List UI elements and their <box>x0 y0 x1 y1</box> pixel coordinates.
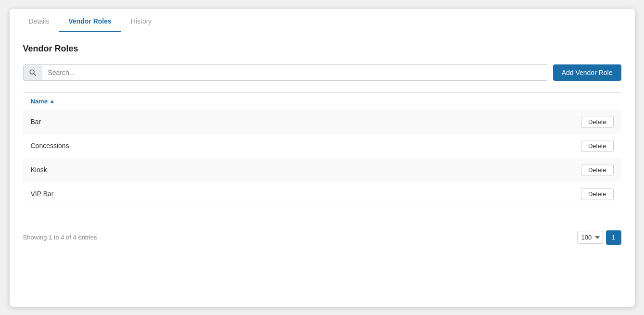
table-body: Bar Delete Concessions Delete Kiosk Dele… <box>23 110 621 206</box>
search-row: Add Vendor Role <box>23 64 621 81</box>
delete-button[interactable]: Delete <box>581 140 614 152</box>
table-footer: Showing 1 to 4 of 4 entries 102550100 1 <box>10 223 635 252</box>
vendor-roles-table: Name ▲ Bar Delete Concessions Delete Kio… <box>23 92 621 206</box>
page-1-button[interactable]: 1 <box>606 230 621 245</box>
svg-line-1 <box>34 74 36 76</box>
name-column-header[interactable]: Name ▲ <box>31 98 55 105</box>
section-title: Vendor Roles <box>23 44 621 54</box>
table-row: Concessions Delete <box>23 134 621 158</box>
table-row: VIP Bar Delete <box>23 182 621 206</box>
tab-details[interactable]: Details <box>19 9 59 32</box>
pagination-row: 102550100 1 <box>577 230 621 245</box>
table-row: Kiosk Delete <box>23 158 621 182</box>
search-button[interactable] <box>24 65 42 80</box>
search-icon <box>29 69 36 76</box>
table-row: Bar Delete <box>23 110 621 134</box>
row-name: Kiosk <box>31 166 47 174</box>
showing-text: Showing 1 to 4 of 4 entries <box>23 234 97 241</box>
tab-bar: Details Vendor Roles History <box>10 9 635 32</box>
sort-asc-icon: ▲ <box>50 98 55 104</box>
per-page-select[interactable]: 102550100 <box>577 231 603 244</box>
row-name: VIP Bar <box>31 190 54 198</box>
search-box <box>23 64 548 81</box>
tab-history[interactable]: History <box>121 9 162 32</box>
table-header: Name ▲ <box>23 92 621 110</box>
delete-button[interactable]: Delete <box>581 188 614 200</box>
row-name: Bar <box>31 118 41 126</box>
row-name: Concessions <box>31 142 69 150</box>
main-window: Details Vendor Roles History Vendor Role… <box>10 9 635 307</box>
delete-button[interactable]: Delete <box>581 116 614 128</box>
delete-button[interactable]: Delete <box>581 164 614 176</box>
content-area: Vendor Roles Add Vendor Role Name ▲ <box>10 32 635 218</box>
tab-vendor-roles[interactable]: Vendor Roles <box>59 9 121 32</box>
add-vendor-role-button[interactable]: Add Vendor Role <box>553 64 621 81</box>
search-input[interactable] <box>42 65 548 80</box>
